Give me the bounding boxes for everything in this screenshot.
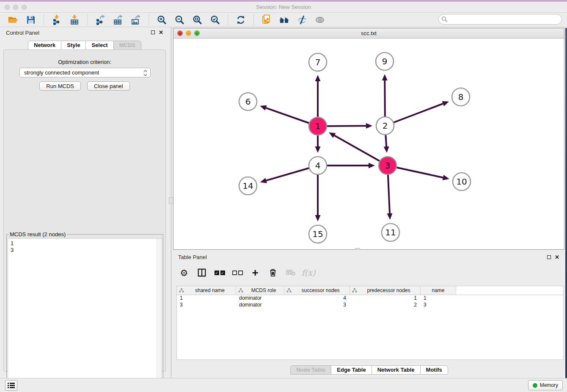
zoom-fit-button[interactable] bbox=[190, 14, 204, 26]
cell-name[interactable]: 3 bbox=[421, 302, 456, 309]
tab-network[interactable]: Network bbox=[28, 41, 61, 50]
cell-name[interactable]: 1 bbox=[421, 295, 456, 302]
cell-shared-name[interactable]: 1 bbox=[177, 295, 236, 302]
open-folder-icon bbox=[8, 15, 19, 25]
tab-node-table[interactable]: Node Table bbox=[290, 365, 331, 375]
close-panel-icon[interactable]: ✕ bbox=[555, 254, 559, 260]
column-layout-button[interactable] bbox=[196, 267, 208, 279]
tab-mcds[interactable]: MCDS bbox=[114, 41, 141, 50]
cell-successor-nodes[interactable]: 4 bbox=[284, 295, 350, 302]
graph-node-4[interactable]: 4 bbox=[309, 157, 327, 174]
cell-mcds-role[interactable]: dominator bbox=[236, 302, 284, 309]
cell-predecessor-nodes[interactable]: 1 bbox=[350, 295, 421, 302]
run-mcds-button[interactable]: Run MCDS bbox=[39, 81, 81, 91]
graph-node-label: 9 bbox=[382, 56, 388, 66]
memory-label: Memory bbox=[540, 382, 558, 388]
close-panel-icon[interactable]: ✕ bbox=[159, 30, 163, 35]
graph-node-2[interactable]: 2 bbox=[376, 117, 394, 135]
save-session-button[interactable] bbox=[24, 14, 38, 26]
tab-edge-table[interactable]: Edge Table bbox=[331, 365, 372, 375]
zoom-in-button[interactable] bbox=[155, 14, 168, 26]
table-settings-button[interactable]: ⚙ bbox=[178, 267, 190, 279]
zoom-selected-button[interactable] bbox=[208, 14, 222, 26]
trash-icon bbox=[268, 268, 278, 277]
graph-node-label: 4 bbox=[315, 160, 321, 171]
node-table: shared name MCDS role successor nodes pr… bbox=[176, 286, 564, 360]
new-network-button[interactable] bbox=[260, 14, 273, 26]
graph-node-1[interactable]: 1 bbox=[309, 117, 327, 135]
cell-shared-name[interactable]: 3 bbox=[177, 302, 236, 309]
graph-node-7[interactable]: 7 bbox=[309, 53, 327, 71]
graph-node-14[interactable]: 14 bbox=[239, 177, 257, 195]
graph-edge-arrowhead bbox=[366, 123, 372, 129]
graph-node-10[interactable]: 10 bbox=[453, 173, 471, 190]
table-panel-tabs: Node Table Edge Table Network Table Moti… bbox=[173, 365, 565, 375]
export-table-button[interactable] bbox=[111, 14, 125, 26]
first-neighbors-button[interactable] bbox=[278, 14, 291, 26]
float-panel-icon[interactable] bbox=[547, 255, 551, 259]
cell-mcds-role[interactable]: dominator bbox=[236, 295, 284, 302]
toolbar-separator bbox=[228, 14, 228, 25]
network-canvas[interactable]: 1234678910111415 bbox=[173, 39, 564, 249]
gear-icon: ⚙ bbox=[180, 268, 188, 277]
tab-network-table[interactable]: Network Table bbox=[372, 365, 421, 375]
apply-layout-button[interactable] bbox=[234, 14, 248, 26]
table-panel: Table Panel ✕ ⚙ ✓✓ + bbox=[173, 252, 565, 378]
graph-edge-arrowhead bbox=[384, 146, 389, 153]
frame-resize-grip[interactable] bbox=[355, 248, 360, 250]
column-header-mcds-role[interactable]: MCDS role bbox=[236, 286, 284, 295]
float-panel-icon[interactable] bbox=[151, 30, 155, 34]
search-field[interactable] bbox=[438, 14, 562, 25]
export-image-button[interactable] bbox=[129, 14, 143, 26]
network-frame-titlebar: ✕ − + scc.txt bbox=[173, 28, 564, 39]
mcds-result-text[interactable]: 1 3 bbox=[8, 238, 162, 392]
cell-predecessor-nodes[interactable]: 2 bbox=[350, 302, 421, 309]
memory-button[interactable]: Memory bbox=[528, 380, 563, 390]
memory-status-icon bbox=[533, 383, 537, 388]
column-header-predecessor-nodes[interactable]: predecessor nodes bbox=[350, 286, 421, 295]
delete-column-button[interactable] bbox=[267, 267, 279, 279]
zoom-out-icon bbox=[174, 15, 184, 25]
result-scrollbar[interactable] bbox=[157, 239, 162, 392]
column-header-name[interactable]: name bbox=[421, 286, 456, 295]
criterion-dropdown[interactable]: strongly connected component bbox=[19, 68, 151, 77]
export-network-button[interactable] bbox=[94, 14, 107, 26]
column-header-successor-nodes[interactable]: successor nodes bbox=[284, 286, 350, 295]
control-panel-title: Control Panel bbox=[6, 30, 39, 36]
cell-successor-nodes[interactable]: 3 bbox=[284, 302, 350, 309]
table-row[interactable]: 3 dominator 3 2 3 bbox=[177, 302, 563, 309]
graph-node-11[interactable]: 11 bbox=[382, 224, 399, 241]
titlebar: Session: New Session bbox=[0, 2, 567, 13]
table-row[interactable]: 1 dominator 4 1 1 bbox=[177, 295, 563, 302]
tab-select[interactable]: Select bbox=[86, 41, 113, 50]
graph-node-6[interactable]: 6 bbox=[239, 93, 257, 110]
unselect-all-columns-button[interactable] bbox=[231, 267, 243, 279]
graph-node-3[interactable]: 3 bbox=[379, 157, 396, 174]
create-column-button[interactable]: + bbox=[249, 267, 261, 279]
task-history-button[interactable] bbox=[5, 380, 17, 391]
hide-unselected-button[interactable] bbox=[295, 14, 309, 26]
graph-node-label: 11 bbox=[385, 227, 396, 237]
import-network-button[interactable] bbox=[50, 14, 63, 26]
graph-node-15[interactable]: 15 bbox=[309, 225, 327, 243]
zoom-out-button[interactable] bbox=[173, 14, 186, 26]
network-graph: 1234678910111415 bbox=[173, 39, 564, 249]
close-panel-button[interactable]: Close panel bbox=[87, 81, 130, 91]
import-table-button[interactable] bbox=[68, 14, 81, 26]
column-header-shared-name[interactable]: shared name bbox=[177, 286, 236, 295]
graph-node-9[interactable]: 9 bbox=[376, 52, 394, 70]
search-input[interactable] bbox=[438, 14, 562, 25]
chevron-up-down-icon bbox=[143, 69, 148, 77]
graph-edge-arrowhead bbox=[260, 178, 267, 183]
tab-motifs[interactable]: Motifs bbox=[421, 365, 448, 375]
graph-node-8[interactable]: 8 bbox=[452, 88, 470, 106]
show-all-button[interactable] bbox=[313, 14, 327, 26]
select-all-columns-button[interactable]: ✓✓ bbox=[214, 267, 226, 279]
tab-style[interactable]: Style bbox=[61, 41, 86, 50]
graph-node-label: 15 bbox=[312, 229, 323, 239]
open-session-button[interactable] bbox=[6, 14, 20, 26]
new-network-file-icon bbox=[261, 14, 272, 25]
zoom-selected-icon bbox=[210, 15, 220, 25]
plus-icon: + bbox=[252, 268, 258, 277]
refresh-icon bbox=[236, 15, 246, 25]
